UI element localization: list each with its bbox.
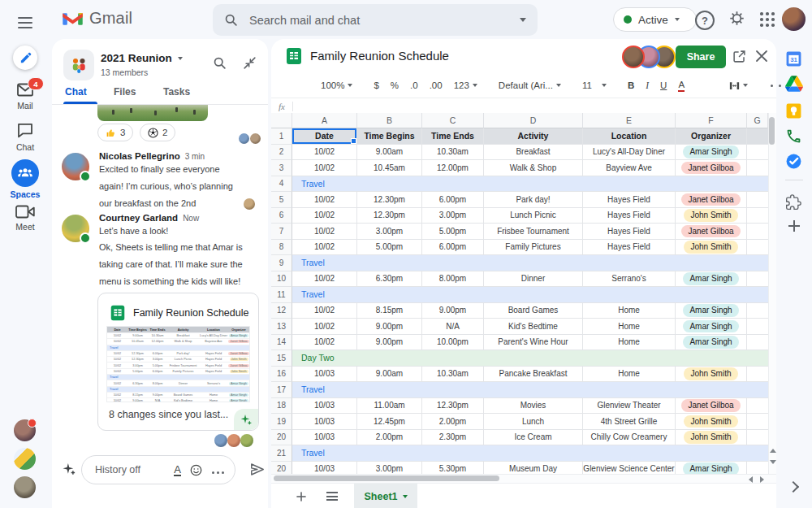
row-number[interactable]: 15: [271, 350, 292, 367]
cell[interactable]: Amar Singh: [676, 145, 747, 161]
cell[interactable]: 10/02: [292, 145, 357, 161]
drive-icon[interactable]: [785, 76, 803, 92]
calendar-icon[interactable]: 31: [785, 50, 802, 67]
zoom-select[interactable]: 100%: [321, 80, 352, 90]
column-header-e[interactable]: E: [583, 113, 676, 128]
row-number[interactable]: 19: [271, 414, 292, 430]
row-number[interactable]: 12: [271, 303, 292, 319]
cell[interactable]: 3.00pm: [422, 208, 484, 224]
cell[interactable]: Amar Singh: [676, 335, 747, 351]
cell[interactable]: Museum Day: [484, 462, 583, 475]
message-avatar[interactable]: [62, 153, 89, 180]
contact-avatar-2[interactable]: [14, 448, 36, 470]
cell[interactable]: Amar Singh: [676, 303, 747, 319]
cell[interactable]: 10/02: [292, 319, 357, 335]
cell[interactable]: Board Games: [484, 303, 583, 319]
cell[interactable]: Location: [583, 128, 676, 145]
cell[interactable]: 10/03: [292, 414, 357, 430]
scroll-left-icon[interactable]: [749, 476, 753, 483]
cell[interactable]: 8.00pm: [422, 271, 484, 288]
cell[interactable]: Hayes Field: [583, 224, 676, 240]
contact-avatar-3[interactable]: [14, 476, 36, 498]
band-cell[interactable]: Travel: [292, 255, 768, 271]
cell[interactable]: 9.00am: [357, 367, 422, 383]
cell[interactable]: 9.00am: [357, 145, 422, 161]
cell[interactable]: 10/02: [292, 303, 357, 319]
tasks-icon[interactable]: [785, 153, 802, 170]
cell[interactable]: 3.00pm: [357, 462, 422, 475]
cell[interactable]: Organizer: [676, 128, 747, 145]
column-header-g[interactable]: G: [747, 113, 768, 128]
decrease-decimal-button[interactable]: .0: [410, 80, 418, 90]
band-cell[interactable]: Travel: [292, 382, 768, 398]
cell[interactable]: 6.00pm: [422, 192, 484, 208]
message-input[interactable]: History off A: [81, 455, 235, 484]
cell[interactable]: Lunch Picnic: [484, 208, 583, 224]
chat-bubble-icon[interactable]: [17, 123, 33, 138]
row-number[interactable]: 11: [271, 287, 292, 303]
cell[interactable]: Home: [583, 335, 676, 351]
cell[interactable]: 9.00pm: [357, 319, 422, 335]
all-sheets-icon[interactable]: [326, 490, 338, 503]
cell[interactable]: Pancake Breakfast: [484, 367, 583, 383]
cell[interactable]: Hayes Field: [583, 208, 676, 224]
format-text-icon[interactable]: A: [174, 464, 181, 476]
cell[interactable]: 3.00pm: [357, 224, 422, 240]
cell[interactable]: Janet Gilboa: [676, 192, 747, 208]
emoji-icon[interactable]: [190, 464, 202, 476]
cell[interactable]: 10/02: [292, 224, 357, 240]
vertical-scrollbar[interactable]: [768, 113, 776, 474]
cell[interactable]: 10.30am: [422, 367, 484, 383]
cell[interactable]: 10.00pm: [422, 335, 484, 351]
cell[interactable]: Frisbee Tournament: [484, 224, 583, 240]
cell[interactable]: [747, 224, 768, 240]
format-percent-button[interactable]: %: [391, 80, 399, 90]
increase-decimal-button[interactable]: .00: [430, 80, 443, 90]
cell[interactable]: Glenview Theater: [583, 398, 676, 415]
cell[interactable]: 10/03: [292, 367, 357, 383]
row-number[interactable]: 6: [271, 208, 292, 224]
cell[interactable]: 6.30pm: [357, 271, 422, 288]
sidebar-item-spaces-active[interactable]: [11, 159, 39, 187]
column-header-a[interactable]: A: [292, 113, 357, 128]
keep-icon[interactable]: [785, 102, 802, 119]
cell[interactable]: Chilly Cow Creamery: [583, 430, 676, 446]
tab-files[interactable]: Files: [114, 86, 136, 98]
main-menu-icon[interactable]: [18, 14, 32, 32]
scroll-up-icon[interactable]: [770, 449, 776, 453]
cell[interactable]: Glenview Science Center: [583, 462, 676, 475]
text-color-button[interactable]: A: [678, 80, 685, 92]
cell[interactable]: Hayes Field: [583, 240, 676, 256]
cell[interactable]: John Smith: [676, 430, 747, 446]
row-number[interactable]: 16: [271, 367, 292, 383]
cell[interactable]: John Smith: [676, 367, 747, 383]
more-options-icon[interactable]: [210, 462, 225, 477]
row-number[interactable]: 10: [271, 271, 292, 288]
format-currency-button[interactable]: $: [374, 80, 378, 90]
cell[interactable]: 10.30am: [422, 145, 484, 161]
cell[interactable]: 12.00pm: [422, 160, 484, 176]
row-number[interactable]: 1: [271, 128, 292, 145]
share-button[interactable]: Share: [676, 46, 726, 68]
cell[interactable]: John Smith: [676, 240, 747, 256]
search-input[interactable]: Search mail and chat: [213, 4, 538, 36]
reaction-thumbs-up[interactable]: 3: [97, 124, 133, 141]
cell[interactable]: 2.00pm: [357, 430, 422, 446]
font-size-select[interactable]: 11: [582, 80, 607, 90]
band-cell[interactable]: Day Two: [292, 350, 768, 367]
column-header-f[interactable]: F: [676, 113, 747, 128]
cell[interactable]: Amar Singh: [676, 462, 747, 475]
account-avatar[interactable]: [782, 7, 806, 31]
cell[interactable]: Hayes Field: [583, 192, 676, 208]
status-selector[interactable]: Active: [613, 7, 697, 32]
cell[interactable]: 6.00pm: [422, 240, 484, 256]
cell[interactable]: Serrano's: [583, 271, 676, 288]
cell[interactable]: 10/02: [292, 240, 357, 256]
row-number[interactable]: 7: [271, 224, 292, 240]
reaction-soccer-ball[interactable]: 2: [140, 124, 175, 141]
add-sheet-icon[interactable]: [296, 490, 307, 501]
row-number[interactable]: 20: [271, 462, 292, 475]
cell[interactable]: Kid's Bedtime: [484, 319, 583, 335]
meet-camera-icon[interactable]: [15, 205, 35, 219]
cell[interactable]: Ice Cream: [484, 430, 583, 446]
